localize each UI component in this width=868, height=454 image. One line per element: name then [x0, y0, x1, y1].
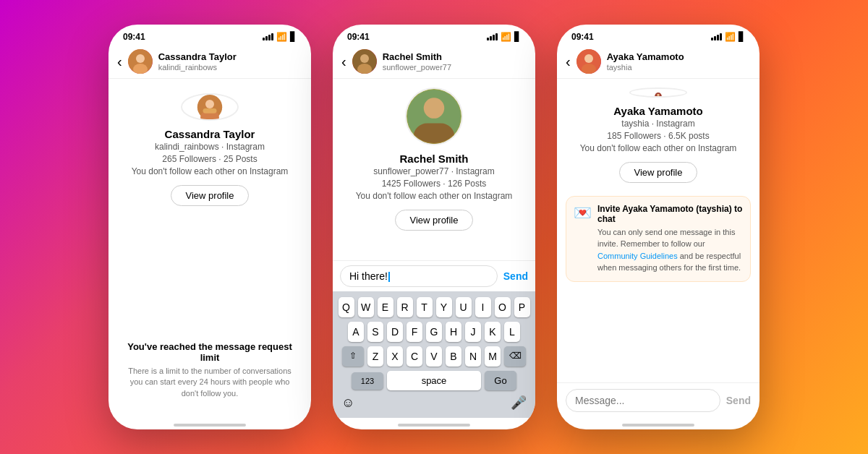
svg-point-8 [360, 54, 369, 63]
phone-3: 09:41 📶 ▋ ‹ Ayaka Yamamoto tayshia [557, 25, 760, 429]
invite-text: You can only send one message in this in… [597, 226, 743, 274]
home-indicator-3 [557, 418, 760, 429]
message-input-area-3: Send [557, 382, 760, 418]
wifi-icon: 📶 [276, 32, 287, 42]
svg-point-18 [657, 93, 659, 95]
header-username-1: kalindi_rainbows [158, 63, 237, 72]
message-input-2[interactable]: Hi there! [340, 265, 498, 287]
key-p[interactable]: P [514, 297, 530, 317]
keyboard-2[interactable]: Q W E R T Y U I O P A S D F G H J K L ⇧ … [333, 291, 535, 418]
chat-header-2: ‹ Rachel Smith sunflower_power77 [333, 45, 535, 79]
key-x[interactable]: X [387, 346, 403, 367]
header-username-3: tayshia [607, 63, 684, 72]
svg-point-11 [424, 98, 445, 119]
microphone-icon[interactable]: 🎤 [511, 395, 527, 411]
header-username-2: sunflower_power77 [383, 63, 451, 72]
profile-section-3: Ayaka Yamamoto tayshia · Instagram 185 F… [557, 79, 760, 190]
key-l[interactable]: L [504, 322, 520, 342]
profile-name-2: Rachel Smith [399, 153, 468, 165]
key-u[interactable]: U [456, 297, 472, 317]
keyboard-icons: ☺ 🎤 [336, 390, 532, 412]
key-o[interactable]: O [495, 297, 511, 317]
svg-point-4 [205, 100, 214, 108]
key-g[interactable]: G [426, 322, 442, 342]
key-delete[interactable]: ⌫ [504, 346, 526, 367]
key-d[interactable]: D [387, 322, 403, 342]
view-profile-button-1[interactable]: View profile [171, 185, 250, 206]
battery-icon-3: ▋ [739, 32, 745, 42]
key-space[interactable]: space [387, 371, 481, 390]
invite-title: Invite Ayaka Yamamoto (tayshia) to chat [597, 204, 743, 224]
key-b[interactable]: B [446, 346, 461, 367]
header-name-1: Cassandra Taylor [158, 51, 237, 63]
profile-section-2: Rachel Smith sunflower_power77 · Instagr… [333, 79, 535, 260]
status-bar-2: 09:41 📶 ▋ [333, 25, 535, 45]
profile-insta-3: tayshia · Instagram [621, 119, 694, 129]
status-icons-2: 📶 ▋ [487, 32, 521, 42]
profile-avatar-1 [181, 93, 239, 121]
view-profile-button-2[interactable]: View profile [395, 210, 474, 231]
status-icons-1: 📶 ▋ [263, 32, 297, 42]
battery-icon-2: ▋ [514, 32, 521, 42]
limit-text-1: There is a limit to the number of conver… [126, 366, 294, 399]
profile-name-3: Ayaka Yamamoto [613, 105, 702, 117]
key-c[interactable]: C [407, 346, 422, 367]
profile-follow-3: You don't follow each other on Instagram [580, 143, 737, 153]
back-button-2[interactable]: ‹ [341, 53, 346, 70]
key-123[interactable]: 123 [352, 372, 383, 390]
send-button-2[interactable]: Send [503, 270, 528, 282]
status-bar-3: 09:41 📶 ▋ [557, 25, 760, 45]
key-a[interactable]: A [348, 322, 364, 342]
key-s[interactable]: S [367, 322, 383, 342]
profile-insta-1: kalindi_rainbows · Instagram [155, 142, 265, 152]
keyboard-row-1: Q W E R T Y U I O P [336, 297, 532, 317]
wifi-icon-2: 📶 [501, 32, 511, 42]
back-button-1[interactable]: ‹ [117, 53, 122, 70]
invite-content: Invite Ayaka Yamamoto (tayshia) to chat … [597, 204, 743, 274]
home-bar-3 [622, 424, 694, 427]
header-avatar-1 [128, 49, 153, 74]
key-f[interactable]: F [407, 322, 422, 342]
message-text: Hi there! [349, 270, 388, 282]
key-r[interactable]: R [397, 297, 413, 317]
header-name-3: Ayaka Yamamoto [607, 51, 684, 63]
phone-1: 09:41 📶 ▋ ‹ Cassandra Taylor kalindi_rai… [109, 25, 311, 429]
emoji-icon[interactable]: ☺ [341, 395, 354, 411]
view-profile-button-3[interactable]: View profile [619, 162, 698, 183]
chat-header-1: ‹ Cassandra Taylor kalindi_rainbows [109, 45, 311, 79]
svg-rect-20 [657, 96, 660, 98]
header-name-2: Rachel Smith [383, 51, 451, 63]
home-bar-2 [398, 424, 470, 427]
status-icons-3: 📶 ▋ [711, 32, 745, 42]
key-j[interactable]: J [465, 322, 481, 342]
profile-stats-3: 185 Followers · 6.5K posts [607, 131, 709, 141]
key-q[interactable]: Q [339, 297, 354, 317]
key-i[interactable]: I [475, 297, 491, 317]
key-y[interactable]: Y [436, 297, 452, 317]
key-t[interactable]: T [417, 297, 433, 317]
key-shift[interactable]: ⇧ [342, 346, 364, 367]
key-v[interactable]: V [426, 346, 442, 367]
community-guidelines-link[interactable]: Community Guidelines [597, 252, 678, 260]
invite-card: 💌 Invite Ayaka Yamamoto (tayshia) to cha… [566, 196, 751, 282]
back-button-3[interactable]: ‹ [566, 53, 571, 70]
key-k[interactable]: K [485, 322, 501, 342]
key-z[interactable]: Z [367, 346, 383, 367]
key-h[interactable]: H [446, 322, 461, 342]
profile-follow-2: You don't follow each other on Instagram [356, 191, 513, 201]
header-avatar-2 [352, 49, 377, 74]
profile-stats-1: 265 Followers · 25 Posts [162, 154, 257, 164]
key-e[interactable]: E [378, 297, 393, 317]
keyboard-row-3: ⇧ Z X C V B N M ⌫ [336, 346, 532, 367]
key-go[interactable]: Go [485, 371, 516, 390]
send-button-3[interactable]: Send [726, 395, 751, 406]
key-w[interactable]: W [358, 297, 374, 317]
chat-header-3: ‹ Ayaka Yamamoto tayshia [557, 45, 760, 79]
svg-point-15 [584, 54, 593, 63]
svg-rect-6 [203, 108, 217, 113]
key-n[interactable]: N [465, 346, 481, 367]
invite-icon: 💌 [574, 204, 592, 221]
profile-insta-2: sunflower_power77 · Instagram [373, 166, 494, 176]
key-m[interactable]: M [485, 346, 501, 367]
message-input-3[interactable] [566, 389, 720, 412]
